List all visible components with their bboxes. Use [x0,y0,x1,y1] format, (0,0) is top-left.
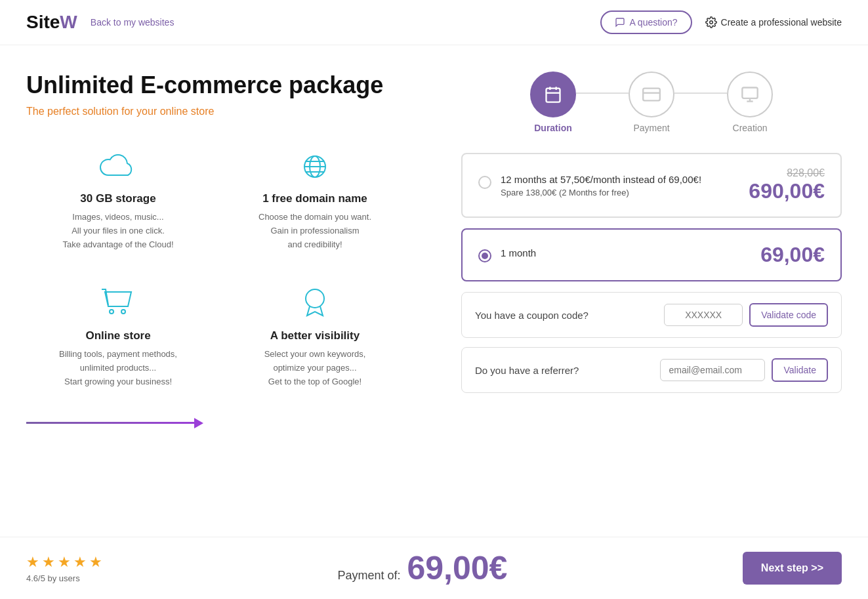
arrow-line [26,422,197,424]
visibility-desc: Select your own keywords,optimize your p… [230,348,400,388]
cart-icon [33,284,203,323]
domain-title: 1 free domain name [230,192,400,205]
domain-desc: Choose the domain you want.Gain in profe… [230,211,400,251]
step-duration-circle [530,72,576,117]
step-connector-2 [674,93,727,94]
step-creation: Creation [727,72,773,133]
step-creation-circle [727,72,773,117]
star-2: ★ [42,554,55,571]
price-new: 690,00€ [749,179,825,203]
radio-monthly[interactable] [478,249,491,262]
svg-rect-9 [547,89,560,102]
feature-visibility: A better visibility Select your own keyw… [223,278,407,395]
svg-point-7 [121,310,125,314]
feature-store: Online store Billing tools, payment meth… [26,278,210,395]
referrer-input[interactable] [660,359,765,381]
step-duration-label: Duration [534,123,572,133]
svg-point-6 [110,310,114,314]
left-panel: Unlimited E-commerce package The perfect… [26,72,435,424]
step-duration: Duration [530,72,576,133]
rating-section: ★ ★ ★ ★ ★ 4.6/5 by users [26,554,102,583]
header-right: A question? Create a professional websit… [600,10,842,34]
step-connector-1 [576,93,629,94]
referrer-label: Do you have a referrer? [475,365,579,376]
chat-icon [615,17,625,28]
storage-title: 30 GB storage [33,192,203,205]
star-4: ★ [73,554,87,571]
radio-yearly[interactable] [478,176,491,189]
visibility-title: A better visibility [230,329,400,342]
feature-domain: 1 free domain name Choose the domain you… [223,144,407,258]
pricing-yearly-title: 12 months at 57,50€/month instead of 69,… [501,174,701,185]
back-link[interactable]: Back to my websites [91,17,175,28]
referrer-row: Do you have a referrer? Validate [461,347,842,393]
store-title: Online store [33,329,203,342]
store-desc: Billing tools, payment methods,unlimited… [33,348,203,388]
main-content: Unlimited E-commerce package The perfect… [0,45,868,424]
feature-storage: 30 GB storage Images, videos, music...Al… [26,144,210,258]
svg-point-8 [306,289,324,308]
steps-indicator: Duration Payment Creation [461,72,842,133]
price-old: 828,00€ [749,167,825,179]
step-creation-label: Creation [733,123,768,133]
medal-icon [230,284,400,323]
star-1: ★ [26,554,39,571]
coupon-row: You have a coupon code? Validate code [461,292,842,338]
rating-text: 4.6/5 by users [26,573,80,583]
pricing-monthly-title: 1 month [501,247,536,258]
logo: SiteW [26,12,77,33]
pricing-yearly-saving: Spare 138,00€ (2 Months for free) [501,188,701,197]
star-5: ★ [89,554,102,571]
svg-point-0 [709,21,713,24]
storage-desc: Images, videos, music...All your files i… [33,211,203,251]
payment-amount: 69,00€ [407,549,507,587]
globe-icon [230,150,400,186]
pricing-yearly[interactable]: 12 months at 57,50€/month instead of 69,… [461,153,842,218]
coupon-label: You have a coupon code? [475,310,589,321]
payment-label: Payment of: [337,569,400,583]
calendar-icon [544,85,562,104]
star-3: ★ [58,554,71,571]
validate-referrer-button[interactable]: Validate [772,358,828,382]
settings-icon [705,16,717,28]
next-step-button[interactable]: Next step >> [743,552,842,585]
svg-rect-13 [643,89,660,101]
monitor-icon [741,85,759,104]
stars: ★ ★ ★ ★ ★ [26,554,102,571]
header-left: SiteW Back to my websites [26,12,174,33]
features-grid: 30 GB storage Images, videos, music...Al… [26,144,407,396]
price-monthly: 69,00€ [760,243,825,267]
svg-rect-15 [742,88,757,98]
header: SiteW Back to my websites A question? Cr… [0,0,868,45]
cloud-icon [33,150,203,186]
page-subtitle: The perfect solution for your online sto… [26,106,435,117]
right-panel: Duration Payment Creation [461,72,842,424]
step-payment-circle [629,72,674,117]
credit-card-icon [642,85,661,104]
footer-bar: ★ ★ ★ ★ ★ 4.6/5 by users Payment of: 69,… [0,537,868,599]
question-button[interactable]: A question? [600,10,692,34]
validate-code-button[interactable]: Validate code [749,303,828,327]
step-payment: Payment [629,72,674,133]
page-title: Unlimited E-commerce package [26,72,435,99]
pricing-monthly[interactable]: 1 month 69,00€ [461,228,842,281]
step-payment-label: Payment [633,123,669,133]
payment-section: Payment of: 69,00€ [337,549,507,587]
coupon-input[interactable] [664,304,743,326]
create-professional-link[interactable]: Create a professional website [705,16,842,28]
arrow-decoration [26,422,435,424]
